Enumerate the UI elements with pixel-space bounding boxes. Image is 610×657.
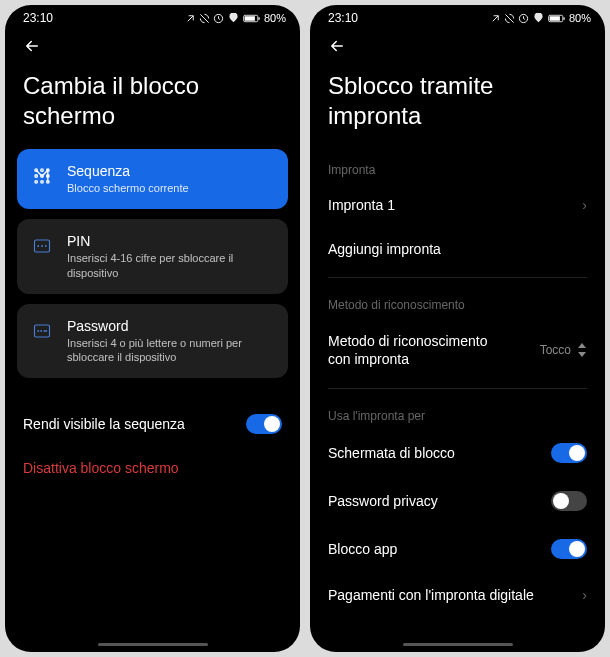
password-privacy-label: Password privacy bbox=[328, 493, 438, 509]
chevron-right-icon: › bbox=[582, 197, 587, 213]
status-time: 23:10 bbox=[23, 11, 53, 25]
svg-point-18 bbox=[37, 330, 39, 332]
section-method: Metodo di riconoscimento bbox=[310, 284, 605, 318]
password-icon bbox=[31, 320, 53, 342]
svg-point-15 bbox=[41, 245, 43, 247]
updown-icon bbox=[577, 343, 587, 357]
back-button[interactable] bbox=[310, 27, 605, 67]
svg-rect-23 bbox=[550, 16, 560, 21]
recognition-method-value: Tocco bbox=[540, 343, 587, 357]
recognition-method-row[interactable]: Metodo di riconoscimento con impronta To… bbox=[310, 318, 605, 382]
svg-rect-2 bbox=[245, 16, 255, 21]
visible-pattern-label: Rendi visibile la sequenza bbox=[23, 416, 185, 432]
page-title: Sblocco tramite impronta bbox=[310, 67, 605, 149]
visible-pattern-row[interactable]: Rendi visibile la sequenza bbox=[5, 400, 300, 448]
svg-point-7 bbox=[35, 175, 38, 178]
disable-lock-button[interactable]: Disattiva blocco schermo bbox=[5, 448, 300, 488]
back-arrow-icon bbox=[326, 37, 348, 55]
recognition-method-label: Metodo di riconoscimento con impronta bbox=[328, 332, 508, 368]
svg-rect-24 bbox=[563, 17, 564, 20]
page-title: Cambia il blocco schermo bbox=[5, 67, 300, 149]
lockscreen-row[interactable]: Schermata di blocco bbox=[310, 429, 605, 477]
svg-rect-20 bbox=[44, 330, 48, 332]
option-pin[interactable]: PIN Inserisci 4-16 cifre per sbloccare i… bbox=[17, 219, 288, 294]
option-sub: Inserisci 4-16 cifre per sbloccare il di… bbox=[67, 251, 274, 280]
status-icons: 80% bbox=[490, 12, 591, 24]
svg-point-19 bbox=[40, 330, 42, 332]
pin-icon bbox=[31, 235, 53, 257]
pattern-icon bbox=[31, 165, 53, 187]
divider bbox=[328, 388, 587, 389]
phone-left: 23:10 80% Cambia il blocco schermo Seque… bbox=[5, 5, 300, 652]
home-indicator bbox=[403, 643, 513, 646]
svg-point-11 bbox=[41, 181, 44, 184]
section-use-for: Usa l'impronta per bbox=[310, 395, 605, 429]
applock-label: Blocco app bbox=[328, 541, 397, 557]
password-privacy-row[interactable]: Password privacy bbox=[310, 477, 605, 525]
payments-label: Pagamenti con l'impronta digitale bbox=[328, 587, 534, 603]
fingerprint-1-row[interactable]: Impronta 1 › bbox=[310, 183, 605, 227]
svg-point-10 bbox=[35, 181, 38, 184]
home-indicator bbox=[98, 643, 208, 646]
divider bbox=[328, 277, 587, 278]
add-fingerprint-row[interactable]: Aggiungi impronta bbox=[310, 227, 605, 271]
lockscreen-label: Schermata di blocco bbox=[328, 445, 455, 461]
lock-options-list: Sequenza Blocco schermo corrente PIN Ins… bbox=[5, 149, 300, 378]
password-privacy-toggle[interactable] bbox=[551, 491, 587, 511]
section-fingerprint: Impronta bbox=[310, 149, 605, 183]
option-title: Sequenza bbox=[67, 163, 274, 179]
option-title: Password bbox=[67, 318, 274, 334]
svg-point-16 bbox=[45, 245, 47, 247]
option-sub: Inserisci 4 o più lettere o numeri per s… bbox=[67, 336, 274, 365]
option-sequence[interactable]: Sequenza Blocco schermo corrente bbox=[17, 149, 288, 209]
option-title: PIN bbox=[67, 233, 274, 249]
status-bar: 23:10 80% bbox=[310, 5, 605, 27]
status-icons: 80% bbox=[185, 12, 286, 24]
option-password[interactable]: Password Inserisci 4 o più lettere o num… bbox=[17, 304, 288, 379]
payments-row[interactable]: Pagamenti con l'impronta digitale › bbox=[310, 573, 605, 617]
back-arrow-icon bbox=[21, 37, 43, 55]
status-bar: 23:10 80% bbox=[5, 5, 300, 27]
option-sub: Blocco schermo corrente bbox=[67, 181, 274, 195]
svg-point-5 bbox=[41, 169, 44, 172]
visible-pattern-toggle[interactable] bbox=[246, 414, 282, 434]
status-time: 23:10 bbox=[328, 11, 358, 25]
svg-rect-3 bbox=[258, 17, 259, 20]
applock-row[interactable]: Blocco app bbox=[310, 525, 605, 573]
svg-point-14 bbox=[37, 245, 39, 247]
chevron-right-icon: › bbox=[582, 587, 587, 603]
applock-toggle[interactable] bbox=[551, 539, 587, 559]
lockscreen-toggle[interactable] bbox=[551, 443, 587, 463]
add-fingerprint-label: Aggiungi impronta bbox=[328, 241, 441, 257]
fingerprint-1-label: Impronta 1 bbox=[328, 197, 395, 213]
back-button[interactable] bbox=[5, 27, 300, 67]
phone-right: 23:10 80% Sblocco tramite impronta Impro… bbox=[310, 5, 605, 652]
